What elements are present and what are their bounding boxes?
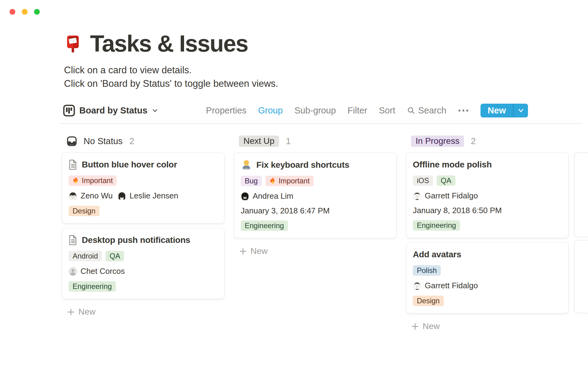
add-card-button[interactable]: New: [234, 245, 397, 257]
tag-design: Design: [69, 206, 100, 216]
plus-icon: [411, 322, 419, 331]
postbox-icon[interactable]: [63, 34, 83, 53]
page-description-line: Click on 'Board by Status' to toggle bet…: [64, 77, 278, 90]
card-people-row: Zeno Wu Leslie Jensen: [69, 191, 218, 201]
tag-engineering: Engineering: [413, 220, 460, 231]
card-title: Offline mode polish: [413, 160, 492, 170]
column-title-badge: In Progress: [411, 136, 464, 147]
chevron-down-icon: [517, 106, 525, 114]
person-andrea-lim: Andrea Lim: [241, 191, 293, 201]
chevron-down-icon: [151, 107, 159, 114]
person-name: Leslie Jensen: [130, 191, 178, 201]
avatar: [241, 192, 249, 201]
tag-qa: QA: [106, 251, 124, 261]
person-garrett-fidalgo: Garrett Fidalgo: [413, 281, 478, 290]
card-title-row: Button blue hover color: [69, 159, 218, 170]
toolbar-item-properties[interactable]: Properties: [206, 105, 247, 116]
card-people-row: Garrett Fidalgo: [413, 191, 562, 201]
avatar: [413, 282, 421, 290]
tag-important: Important: [69, 175, 117, 186]
card-people-row: Chet Corcos: [69, 266, 218, 276]
no-status-icon: [67, 136, 77, 146]
card-title: Fix keyboard shortcuts: [256, 160, 349, 170]
window-close-button[interactable]: [9, 9, 15, 15]
card-desktop-push-notifications[interactable]: Desktop push notificationsAndroidQA Chet…: [62, 228, 224, 299]
card-tags-row: Polish: [413, 265, 562, 276]
new-button[interactable]: New: [481, 104, 513, 117]
column-title: No Status: [84, 136, 123, 146]
person-chet-corcos: Chet Corcos: [69, 266, 125, 276]
column-count: 2: [471, 136, 476, 146]
fire-icon: [73, 177, 79, 185]
card-tags-row: Engineering: [413, 220, 562, 231]
card-title: Add avatars: [413, 250, 461, 259]
search-icon: [407, 106, 415, 115]
view-switcher-board-by-status[interactable]: Board by Status: [63, 104, 159, 117]
card-title-row: Desktop push notifications: [69, 235, 218, 246]
view-toolbar: Board by Status PropertiesGroupSub-group…: [63, 103, 528, 118]
page-description-line: Click on a card to view details.: [64, 63, 278, 77]
add-card-button[interactable]: New: [406, 320, 569, 332]
person-name: Andrea Lim: [253, 191, 293, 201]
search-label: Search: [418, 105, 446, 116]
card-fix-keyboard-shortcuts[interactable]: Fix keyboard shortcutsBugImportant Andre…: [234, 152, 397, 238]
window-minimize-button[interactable]: [22, 9, 28, 15]
card-people-row: Garrett Fidalgo: [413, 281, 562, 290]
tag-engineering: Engineering: [69, 281, 116, 292]
person-name: Chet Corcos: [81, 266, 125, 276]
plus-icon: [67, 308, 75, 316]
card-button-blue-hover-color[interactable]: Button blue hover colorImportant Zeno Wu…: [62, 152, 224, 224]
tag-polish: Polish: [413, 265, 441, 276]
person-zeno-wu: Zeno Wu: [69, 191, 113, 201]
card-tags-row: Engineering: [69, 281, 218, 292]
more-options-button[interactable]: [458, 109, 469, 112]
window-zoom-button[interactable]: [34, 9, 40, 15]
search-button[interactable]: Search: [407, 105, 446, 116]
toolbar-item-sub-group[interactable]: Sub-group: [294, 105, 336, 116]
card-tags-row: Design: [413, 296, 562, 306]
card-title-row: Offline mode polish: [413, 159, 562, 170]
add-card-label: New: [251, 246, 268, 256]
technologist-icon: [241, 159, 252, 171]
column-header-next-up[interactable]: Next Up 1: [234, 135, 397, 147]
kanban-board: No Status 2 Button blue hover colorImpor…: [62, 135, 569, 332]
card-add-avatars[interactable]: Add avatarsPolish Garrett FidalgoDesign: [406, 242, 569, 313]
avatar: [118, 192, 126, 200]
avatar: [69, 267, 77, 276]
tag-qa: QA: [437, 175, 455, 186]
person-leslie-jensen: Leslie Jensen: [118, 191, 178, 201]
toolbar-actions: PropertiesGroupSub-groupFilterSort Searc…: [206, 104, 528, 117]
page-icon: [69, 235, 77, 245]
card-title: Button blue hover color: [82, 160, 177, 170]
card-date: January 3, 2018 6:47 PM: [241, 206, 390, 215]
card-offline-mode-polish[interactable]: Offline mode polishiOSQA Garrett Fidalgo…: [406, 152, 569, 238]
person-name: Garrett Fidalgo: [425, 281, 478, 290]
person-name: Zeno Wu: [81, 191, 113, 201]
tag-bug: Bug: [241, 176, 262, 186]
card-tags-row: iOSQA: [413, 175, 562, 186]
view-switcher-label: Board by Status: [79, 105, 147, 116]
toolbar-item-group[interactable]: Group: [258, 105, 283, 116]
avatar: [413, 192, 421, 200]
card-tags-row: BugImportant: [241, 176, 390, 186]
card-title-row: Fix keyboard shortcuts: [241, 159, 390, 171]
person-garrett-fidalgo: Garrett Fidalgo: [413, 191, 478, 201]
new-dropdown-button[interactable]: [513, 104, 528, 117]
toolbar-item-sort[interactable]: Sort: [379, 105, 395, 116]
notion-window: Tasks & Issues Click on a card to view d…: [0, 0, 588, 368]
card-date: January 8, 2018 6:50 PM: [413, 206, 562, 215]
card-tags-row: AndroidQA: [69, 251, 218, 261]
column-header-in-progress[interactable]: In Progress 2: [406, 135, 569, 147]
plus-icon: [239, 247, 247, 255]
add-card-button[interactable]: New: [62, 306, 224, 318]
column-header-no-status[interactable]: No Status 2: [62, 135, 224, 147]
card-tags-row: Important: [69, 175, 218, 186]
page-icon: [69, 159, 77, 170]
board-view-icon: [63, 104, 75, 117]
add-card-label: New: [423, 321, 440, 331]
tag-engineering: Engineering: [241, 220, 288, 231]
toolbar-item-filter[interactable]: Filter: [348, 105, 367, 116]
person-name: Garrett Fidalgo: [425, 191, 478, 201]
column-count: 1: [286, 136, 291, 146]
ellipsis-icon: [458, 109, 469, 112]
